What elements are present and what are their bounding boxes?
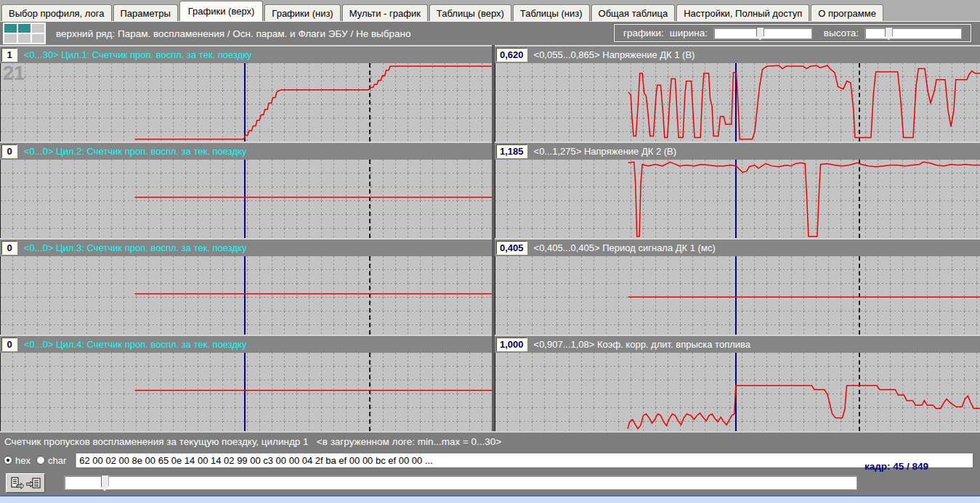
row-selector-grid[interactable] (3, 23, 46, 44)
selector-cell-on[interactable] (4, 23, 17, 33)
tab-common-table[interactable]: Общая таблица (591, 4, 676, 21)
tab-graphs-bottom[interactable]: Графики (низ) (264, 4, 340, 21)
graph-current-value: 0,620 (496, 48, 527, 62)
selector-cell-off[interactable] (31, 23, 45, 33)
height-slider[interactable] (864, 28, 962, 39)
window-bottom-border (0, 495, 980, 503)
graph-plot-area[interactable] (495, 256, 980, 335)
graph-plot-area[interactable] (0, 353, 492, 431)
selector-cell-on[interactable] (17, 23, 31, 33)
app-window: Выбор профиля, лога Параметры Графики (в… (0, 0, 980, 503)
raw-frame-row: hex char 62 00 02 00 8e 00 65 0e 14 00 1… (0, 450, 980, 470)
graph-title: <0...0> Цил.4: Счетчик проп. воспл. за т… (24, 339, 246, 350)
graph-current-value: 0 (1, 338, 17, 351)
tab-tables-top[interactable]: Таблицы (верх) (429, 4, 511, 21)
graph-cyl4-misfire: 0 <0...0> Цил.4: Счетчик проп. воспл. за… (0, 335, 492, 431)
graph-header: 1,000 <0,907...1,08> Коэф. корр. длит. в… (495, 336, 980, 353)
graph-title: <0...30> Цил.1: Счетчик проп. воспл. за … (24, 49, 252, 60)
graph-current-value: 1,185 (496, 144, 527, 158)
tab-bar: Выбор профиля, лога Параметры Графики (в… (0, 0, 980, 21)
graph-title: <0...0> Цил.2: Счетчик проп. воспл. за т… (24, 146, 246, 157)
size-sliders-panel: графики: ширина: высота: (614, 24, 971, 42)
graph-header: 0 <0...0> Цил.3: Счетчик проп. воспл. за… (0, 240, 492, 256)
graph-title: <0,907...1,08> Коэф. корр. длит. впрыска… (534, 339, 751, 350)
char-radio-label[interactable]: char (48, 455, 66, 466)
hex-radio-label[interactable]: hex (15, 455, 31, 466)
frame-position-slider[interactable] (64, 475, 857, 490)
graph-o2-sensor1-voltage: 0,620 <0,055...0,865> Напряжение ДК 1 (В… (495, 45, 980, 142)
graph-header: 1 <0...30> Цил.1: Счетчик проп. воспл. з… (0, 46, 492, 63)
selector-cell-off[interactable] (17, 33, 31, 44)
graph-plot-area[interactable] (495, 160, 980, 238)
graph-header: 1,185 <0...1,275> Напряжение ДК 2 (В) (495, 143, 980, 160)
tab-profile-log[interactable]: Выбор профиля, лога (1, 4, 112, 21)
width-label: ширина: (670, 28, 708, 38)
graphs-grid: 1 <0...30> Цил.1: Счетчик проп. воспл. з… (0, 45, 980, 431)
tab-multi-graph[interactable]: Мульти - график (342, 4, 428, 21)
raw-frame-data-field[interactable]: 62 00 02 00 8e 00 65 0e 14 00 14 02 99 0… (75, 452, 973, 468)
selected-parameter-description: Счетчик пропусков воспламенения за текущ… (4, 436, 501, 447)
graph-cyl3-misfire: 0 <0...0> Цил.3: Счетчик проп. воспл. за… (0, 238, 492, 335)
status-bar: Счетчик пропусков воспламенения за текущ… (0, 431, 980, 450)
frame-slider-thumb[interactable] (101, 475, 109, 491)
width-slider[interactable] (713, 28, 812, 39)
graph-title: <0,405...0,405> Период сигнала ДК 1 (мс) (534, 242, 716, 253)
tab-graphs-top[interactable]: Графики (верх) (179, 1, 264, 21)
playback-controls: кадр: 45 / 849 7:40:45,2 / 7:43:25,9 (0, 470, 980, 495)
doc-arrow-in-icon (26, 477, 41, 489)
frame-number-label: кадр: 45 / 849 (864, 461, 957, 472)
tab-settings-full-access[interactable]: Настройки, Полный доступ (676, 4, 809, 21)
graph-current-value: 0 (1, 144, 17, 158)
graph-current-value: 1 (1, 48, 17, 62)
selector-cell-off[interactable] (4, 33, 17, 44)
tab-tables-bottom[interactable]: Таблицы (низ) (513, 4, 590, 21)
graph-plot-area[interactable]: 21 (0, 63, 492, 142)
tab-parameters[interactable]: Параметры (113, 4, 178, 21)
row-description-label: верхний ряд: Парам. воспламенения / Осн.… (56, 28, 410, 39)
graph-current-value: 0 (1, 241, 17, 255)
graph-plot-area[interactable] (0, 256, 492, 335)
width-slider-thumb[interactable] (756, 27, 764, 41)
hex-radio[interactable] (4, 456, 12, 465)
graph-o2-sensor2-voltage: 1,185 <0...1,275> Напряжение ДК 2 (В) (495, 142, 980, 238)
graph-title: <0...1,275> Напряжение ДК 2 (В) (534, 146, 677, 157)
tab-about[interactable]: О программе (811, 4, 883, 21)
graph-current-value: 1,000 (496, 338, 527, 351)
graph-title: <0,055...0,865> Напряжение ДК 1 (В) (534, 49, 695, 60)
raw-frame-bytes: 62 00 02 00 8e 00 65 0e 14 00 14 02 99 0… (79, 455, 432, 466)
graph-title: <0...0> Цил.3: Счетчик проп. воспл. за т… (24, 242, 246, 253)
graphs-toolbar: верхний ряд: Парам. воспламенения / Осн.… (0, 21, 980, 45)
char-radio[interactable] (36, 456, 45, 465)
frame-counter: кадр: 45 / 849 7:40:45,2 / 7:43:25,9 (864, 439, 957, 503)
height-label: высота: (824, 28, 859, 38)
graph-header: 0 <0...0> Цил.2: Счетчик проп. воспл. за… (0, 143, 492, 160)
graph-cyl2-misfire: 0 <0...0> Цил.2: Счетчик проп. воспл. за… (0, 142, 492, 238)
graph-plot-area[interactable] (495, 353, 980, 431)
selector-cell-off[interactable] (31, 33, 45, 44)
graph-current-value: 0,405 (496, 241, 527, 255)
graph-plot-area[interactable] (495, 63, 980, 142)
graph-o2-signal-period: 0,405 <0,405...0,405> Период сигнала ДК … (495, 238, 980, 335)
graph-header: 0,620 <0,055...0,865> Напряжение ДК 1 (В… (495, 46, 980, 63)
export-button[interactable] (6, 473, 45, 493)
doc-arrow-out-icon (11, 477, 24, 489)
graphs-label: графики: (623, 28, 664, 38)
graph-injection-correction: 1,000 <0,907...1,08> Коэф. корр. длит. в… (495, 335, 980, 431)
graph-plot-area[interactable] (0, 160, 492, 238)
graph-header: 0 <0...0> Цил.4: Счетчик проп. воспл. за… (0, 336, 492, 353)
graph-header: 0,405 <0,405...0,405> Период сигнала ДК … (495, 240, 980, 256)
height-slider-thumb[interactable] (885, 27, 893, 41)
graph-cyl1-misfire: 1 <0...30> Цил.1: Счетчик проп. воспл. з… (0, 45, 492, 142)
